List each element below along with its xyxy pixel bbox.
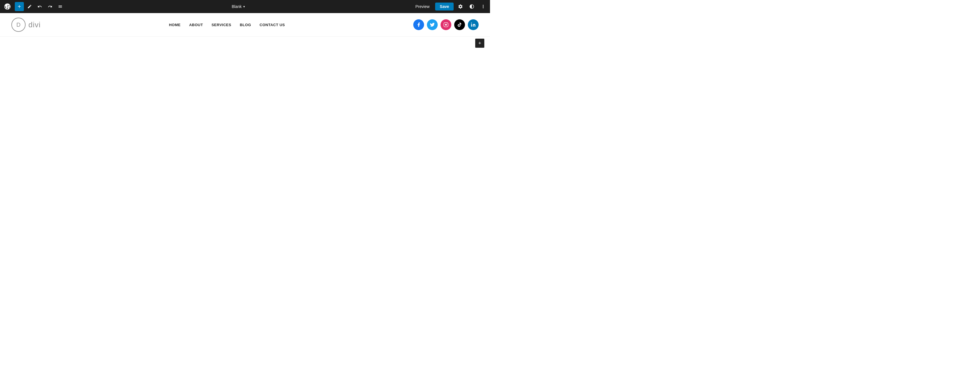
edit-button[interactable] (25, 2, 34, 11)
redo-icon (48, 4, 52, 9)
pencil-icon (27, 4, 32, 9)
menu-icon (58, 4, 62, 9)
toolbar-center: Blank ▾ (66, 3, 411, 10)
gear-icon (458, 4, 463, 9)
svg-point-2 (471, 23, 472, 24)
linkedin-icon[interactable] (468, 19, 479, 30)
undo-button[interactable] (35, 2, 45, 11)
more-options-button[interactable] (479, 2, 488, 11)
wordpress-logo[interactable] (2, 2, 13, 12)
site-logo: D divi (11, 18, 41, 32)
nav-blog[interactable]: BLOG (240, 23, 251, 27)
more-vertical-icon (480, 4, 486, 9)
site-header: D divi HOME ABOUT SERVICES BLOG CONTACT … (0, 13, 490, 37)
twitter-icon[interactable] (427, 19, 438, 30)
save-button[interactable]: Save (435, 3, 453, 11)
main-content (0, 37, 490, 179)
blank-label: Blank (232, 4, 242, 9)
settings-button[interactable] (456, 2, 465, 11)
add-button[interactable]: + (15, 2, 24, 11)
toolbar: + Blank ▾ Preview Save (0, 0, 490, 13)
undo-icon (38, 4, 42, 9)
contrast-button[interactable] (467, 2, 476, 11)
site-navigation: HOME ABOUT SERVICES BLOG CONTACT US (169, 23, 285, 27)
site-area: D divi HOME ABOUT SERVICES BLOG CONTACT … (0, 13, 490, 179)
dropdown-arrow-icon: ▾ (243, 5, 245, 8)
contrast-icon (469, 4, 474, 9)
nav-contact-us[interactable]: CONTACT US (259, 23, 285, 27)
save-label: Save (440, 4, 449, 9)
add-section-label: + (478, 40, 482, 46)
social-icons (413, 19, 479, 30)
logo-circle: D (11, 18, 25, 32)
preview-label: Preview (415, 4, 430, 9)
nav-about[interactable]: ABOUT (189, 23, 203, 27)
logo-letter: D (16, 22, 21, 28)
logo-text: divi (29, 21, 41, 29)
nav-services[interactable]: SERVICES (212, 23, 231, 27)
redo-button[interactable] (46, 2, 54, 11)
preview-button[interactable]: Preview (412, 3, 433, 11)
blank-dropdown[interactable]: Blank ▾ (229, 3, 247, 10)
nav-home[interactable]: HOME (169, 23, 180, 27)
facebook-icon[interactable] (413, 19, 424, 30)
toolbar-right: Preview Save (412, 2, 488, 11)
add-section-button[interactable]: + (475, 39, 484, 48)
menu-button[interactable] (56, 2, 65, 11)
add-icon: + (18, 3, 21, 10)
instagram-icon[interactable] (441, 19, 451, 30)
tiktok-icon[interactable] (454, 19, 465, 30)
